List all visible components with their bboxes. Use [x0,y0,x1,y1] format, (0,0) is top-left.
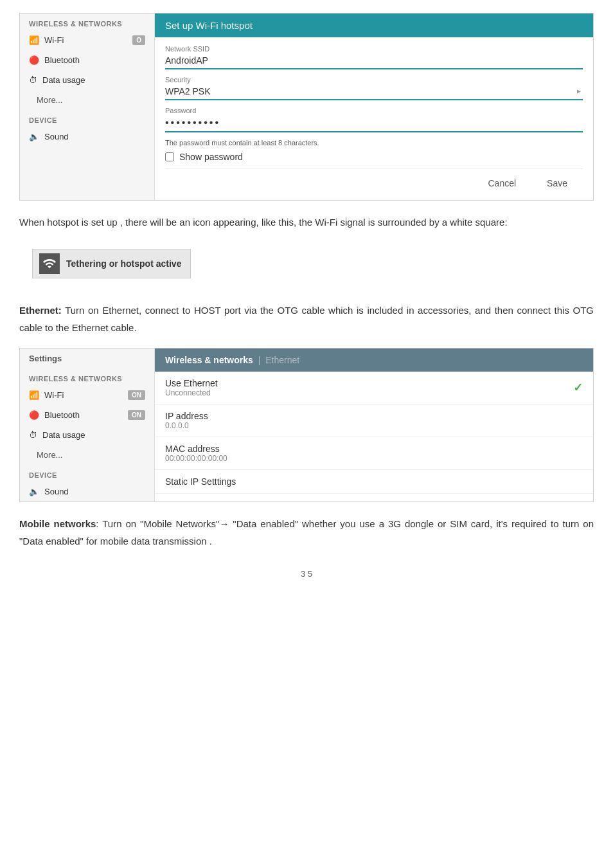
sound-icon-1: 🔈 [29,132,39,141]
dialog-body: Network SSID AndroidAP Security WPA2 PSK… [155,37,593,200]
ssid-label: Network SSID [165,45,583,53]
ethernet-header-sub: | [258,355,263,365]
dialog-title: Set up Wi-Fi hotspot [155,14,593,37]
password-field-group: Password •••••••••• [165,107,583,132]
mobile-networks-text: : Turn on "Mobile Networks"→ "Data enabl… [19,518,594,547]
sidebar-bluetooth-label-2: Bluetooth [44,410,80,420]
bluetooth-icon-2: 🔴 [29,410,39,420]
security-field-group: Security WPA2 PSK [165,76,583,100]
ethernet-main: Wireless & networks | Ethernet Use Ether… [155,348,593,502]
ethernet-mac-row: MAC address 00:00:00:00:00:00 [155,437,593,470]
show-password-label: Show password [179,152,243,162]
sound-icon-2: 🔈 [29,487,39,496]
ethernet-header-sub-text: Ethernet [265,355,299,365]
settings-sidebar-1: WIRELESS & NETWORKS 📶 Wi-Fi O 🔴 Bluetoot… [20,14,155,200]
wifi-icon-1: 📶 [29,35,39,45]
sidebar-item-more-1[interactable]: More... [20,90,154,110]
ethernet-use-row[interactable]: Use Ethernet Unconnected ✓ [155,372,593,404]
sidebar-more-label-2: More... [37,450,62,460]
sidebar-item-bluetooth-1[interactable]: 🔴 Bluetooth [20,50,154,70]
save-button[interactable]: Save [531,174,583,192]
password-value[interactable]: •••••••••• [165,116,583,132]
sidebar-wifi-label-1: Wi-Fi [44,35,64,45]
wireless-section-label-1: WIRELESS & NETWORKS [20,14,154,30]
ethernet-ip-title: IP address [165,411,208,421]
dialog-buttons: Cancel Save [165,168,583,192]
mobile-networks-paragraph: Mobile networks: Turn on "Mobile Network… [19,515,594,550]
sidebar-item-wifi-1[interactable]: 📶 Wi-Fi O [20,30,154,50]
data-icon-1: ⏱ [29,75,37,85]
cancel-button[interactable]: Cancel [472,174,531,192]
device-section-label-1: DEVICE [20,110,154,127]
hotspot-dialog: Set up Wi-Fi hotspot Network SSID Androi… [155,14,593,200]
wireless-section-label-2: WIRELESS & NETWORKS [20,368,154,385]
ethernet-header: Wireless & networks | Ethernet [155,348,593,372]
wifi-toggle-1[interactable]: O [132,35,145,45]
ethernet-mac-subtitle: 00:00:00:00:00:00 [165,454,227,463]
ethernet-bold: Ethernet: [19,305,62,316]
ethernet-use-title: Use Ethernet [165,378,218,388]
hotspot-label: Tethering or hotspot active [66,258,181,269]
ethernet-use-subtitle: Unconnected [165,388,218,397]
ethernet-mac-left: MAC address 00:00:00:00:00:00 [165,444,227,463]
ethernet-ip-left: IP address 0.0.0.0 [165,411,208,430]
sidebar-item-wifi-2[interactable]: 📶 Wi-Fi ON [20,385,154,405]
sidebar-sound-label-1: Sound [44,132,69,141]
ethernet-ip-row: IP address 0.0.0.0 [155,404,593,437]
ssid-field-group: Network SSID AndroidAP [165,45,583,69]
ethernet-panel: Settings WIRELESS & NETWORKS 📶 Wi-Fi ON … [19,348,594,502]
settings-sidebar-2: Settings WIRELESS & NETWORKS 📶 Wi-Fi ON … [20,348,155,502]
body-paragraph-1: When hotspot is set up , there will be a… [19,213,594,231]
sidebar-item-sound-2[interactable]: 🔈 Sound [20,482,154,502]
bluetooth-toggle-2[interactable]: ON [128,410,145,420]
sidebar-item-data-1[interactable]: ⏱ Data usage [20,70,154,90]
sidebar-item-bluetooth-2[interactable]: 🔴 Bluetooth ON [20,405,154,425]
ssid-value[interactable]: AndroidAP [165,54,583,69]
sidebar-wifi-label-2: Wi-Fi [44,390,64,400]
ethernet-text: Turn on Ethernet, connect to HOST port v… [19,305,594,333]
ethernet-ip-subtitle: 0.0.0.0 [165,421,208,430]
page-number: 3 5 [19,569,594,579]
show-password-checkbox[interactable] [165,152,174,161]
security-label: Security [165,76,583,84]
device-section-label-2: DEVICE [20,465,154,482]
password-hint: The password must contain at least 8 cha… [165,139,583,147]
bluetooth-icon-1: 🔴 [29,55,39,65]
sidebar-data-label-1: Data usage [42,75,85,85]
ethernet-use-left: Use Ethernet Unconnected [165,378,218,397]
password-label: Password [165,107,583,114]
ethernet-paragraph: Ethernet: Turn on Ethernet, connect to H… [19,302,594,336]
sidebar-item-more-2[interactable]: More... [20,445,154,465]
security-value[interactable]: WPA2 PSK [165,85,583,100]
data-icon-2: ⏱ [29,430,37,440]
sidebar-more-label-1: More... [37,95,62,105]
sidebar-bluetooth-label-1: Bluetooth [44,55,80,65]
hotspot-wifi-icon [39,253,60,274]
wifi-toggle-2[interactable]: ON [128,390,145,400]
wifi-icon-2: 📶 [29,390,39,400]
hotspot-indicator: Tethering or hotspot active [32,249,191,278]
show-password-row[interactable]: Show password [165,152,583,162]
ethernet-static-row[interactable]: Static IP Setttings [155,470,593,494]
sidebar-item-sound-1[interactable]: 🔈 Sound [20,127,154,147]
ethernet-static-title: Static IP Setttings [165,476,236,487]
ethernet-header-title: Wireless & networks [165,355,253,365]
mobile-networks-bold: Mobile networks [19,518,96,529]
ethernet-check-icon: ✓ [573,381,583,395]
sidebar-data-label-2: Data usage [42,430,85,440]
ethernet-static-left: Static IP Setttings [165,476,236,487]
password-dots: •••••••••• [165,117,220,128]
sidebar-sound-label-2: Sound [44,487,69,496]
wifi-hotspot-panel: WIRELESS & NETWORKS 📶 Wi-Fi O 🔴 Bluetoot… [19,13,594,201]
ethernet-mac-title: MAC address [165,444,227,454]
settings-title-2: Settings [20,348,154,368]
sidebar-item-data-2[interactable]: ⏱ Data usage [20,425,154,445]
